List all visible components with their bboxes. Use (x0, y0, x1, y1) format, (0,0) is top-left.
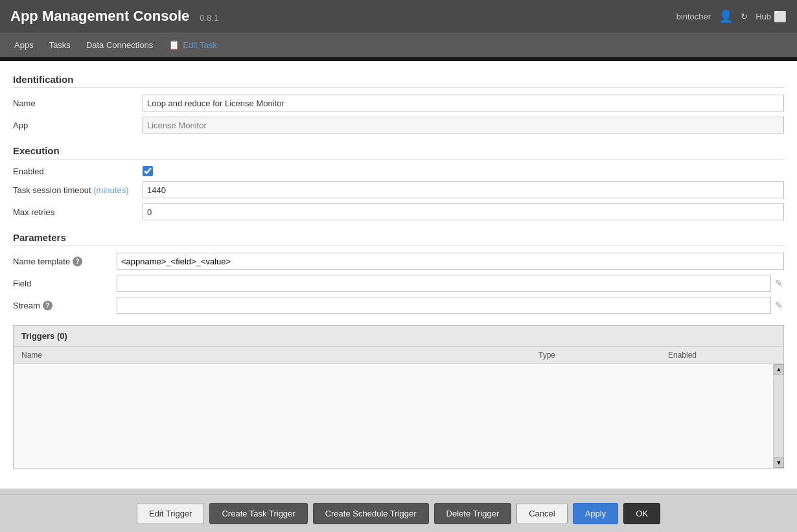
execution-section: Execution Enabled Task session timeout (… (13, 145, 784, 220)
name-template-label: Name template (13, 257, 70, 266)
field-edit-icon[interactable]: ✎ (774, 277, 784, 290)
parameters-section: Parameters Name template ? Field ✎ Strea… (13, 232, 784, 314)
enabled-label: Enabled (13, 167, 143, 176)
app-input[interactable] (143, 117, 784, 133)
field-input[interactable] (117, 275, 771, 292)
enabled-row: Enabled (13, 166, 784, 176)
app-version: 0.8.1 (200, 13, 218, 23)
name-row: Name (13, 95, 784, 111)
timeout-row: Task session timeout (minutes) (13, 181, 784, 198)
triggers-title: Triggers (0) (14, 326, 783, 347)
nav-edit-task[interactable]: 📋 Edit Task (162, 36, 224, 54)
identification-title: Identification (13, 74, 784, 88)
field-row: Field ✎ (13, 275, 784, 292)
name-template-input[interactable] (117, 253, 784, 270)
app-label: App (13, 121, 143, 130)
timeout-label: Task session timeout (minutes) (13, 185, 143, 195)
max-retries-row: Max retries (13, 203, 784, 220)
triggers-col-scroll (765, 351, 776, 360)
stream-label: Stream (13, 301, 40, 310)
scroll-down-button[interactable]: ▼ (774, 457, 784, 468)
nav-edit-task-label: Edit Task (183, 40, 217, 50)
enabled-checkbox[interactable] (143, 166, 153, 176)
scroll-up-button[interactable]: ▲ (774, 364, 784, 375)
max-retries-input[interactable] (143, 203, 784, 220)
hub-button[interactable]: Hub ⬜ (756, 10, 787, 23)
user-icon: 👤 (719, 9, 733, 23)
app-title: App Management Console (10, 8, 189, 25)
field-label: Field (13, 279, 31, 288)
triggers-table-header: Name Type Enabled (14, 347, 783, 364)
nav-data-connections[interactable]: Data Connections (80, 36, 159, 54)
main-content: Identification Name App Execution Enable… (0, 61, 797, 489)
hub-label: Hub (756, 12, 771, 21)
app-row: App (13, 117, 784, 133)
nav-apps[interactable]: Apps (8, 36, 40, 54)
timeout-input[interactable] (143, 181, 784, 198)
header: App Management Console 0.8.1 bintocher 👤… (0, 0, 797, 32)
name-template-row: Name template ? (13, 253, 784, 270)
timeout-label-minutes: (minutes) (93, 185, 128, 195)
nav-tasks[interactable]: Tasks (43, 36, 77, 54)
refresh-icon: ↻ (741, 12, 748, 21)
triggers-body (14, 364, 773, 468)
hub-icon: ⬜ (774, 10, 787, 23)
name-template-help-icon[interactable]: ? (73, 257, 82, 266)
edit-task-icon: 📋 (168, 40, 179, 50)
triggers-col-name: Name (21, 351, 538, 360)
triggers-col-type: Type (538, 351, 668, 360)
stream-help-icon[interactable]: ? (43, 301, 52, 310)
name-label: Name (13, 98, 143, 108)
stream-row: Stream ? ✎ (13, 297, 784, 314)
username: bintocher (676, 12, 711, 21)
refresh-button[interactable]: ↻ (741, 12, 748, 21)
max-retries-label: Max retries (13, 207, 143, 217)
name-input[interactable] (143, 95, 784, 111)
navbar: Apps Tasks Data Connections 📋 Edit Task (0, 32, 797, 57)
execution-title: Execution (13, 145, 784, 159)
stream-edit-icon[interactable]: ✎ (774, 299, 784, 312)
triggers-section: Triggers (0) Name Type Enabled ▲ ▼ (13, 325, 784, 468)
parameters-title: Parameters (13, 232, 784, 246)
triggers-col-enabled: Enabled (668, 351, 765, 360)
stream-input[interactable] (117, 297, 771, 314)
identification-section: Identification Name App (13, 74, 784, 133)
